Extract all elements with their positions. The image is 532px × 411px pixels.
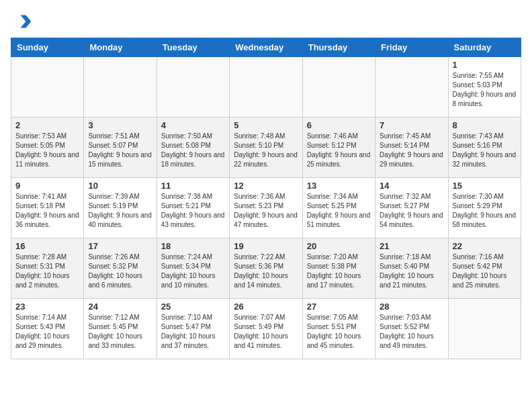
- day-number: 3: [88, 120, 152, 130]
- calendar-cell: 7Sunrise: 7:45 AM Sunset: 5:14 PM Daylig…: [375, 118, 448, 178]
- calendar-cell: 12Sunrise: 7:36 AM Sunset: 5:23 PM Dayli…: [230, 178, 302, 238]
- day-info: Sunrise: 7:38 AM Sunset: 5:21 PM Dayligh…: [161, 192, 225, 230]
- calendar-cell: 24Sunrise: 7:12 AM Sunset: 5:45 PM Dayli…: [84, 299, 157, 359]
- calendar-week-row: 1Sunrise: 7:55 AM Sunset: 5:03 PM Daylig…: [11, 57, 521, 118]
- calendar-cell: 13Sunrise: 7:34 AM Sunset: 5:25 PM Dayli…: [302, 178, 375, 238]
- calendar-cell: 19Sunrise: 7:22 AM Sunset: 5:36 PM Dayli…: [230, 238, 302, 299]
- day-info: Sunrise: 7:46 AM Sunset: 5:12 PM Dayligh…: [307, 132, 371, 169]
- day-number: 2: [15, 120, 79, 130]
- calendar-header-row: SundayMondayTuesdayWednesdayThursdayFrid…: [11, 38, 521, 57]
- calendar-cell: 11Sunrise: 7:38 AM Sunset: 5:21 PM Dayli…: [157, 178, 229, 238]
- page-header: [11, 11, 521, 32]
- calendar-cell: 14Sunrise: 7:32 AM Sunset: 5:27 PM Dayli…: [375, 178, 448, 238]
- calendar-week-row: 9Sunrise: 7:41 AM Sunset: 5:18 PM Daylig…: [11, 178, 521, 238]
- calendar-cell: 16Sunrise: 7:28 AM Sunset: 5:31 PM Dayli…: [11, 238, 84, 299]
- calendar-cell: 3Sunrise: 7:51 AM Sunset: 5:07 PM Daylig…: [84, 118, 157, 178]
- day-number: 5: [234, 120, 298, 130]
- calendar-table: SundayMondayTuesdayWednesdayThursdayFrid…: [11, 38, 521, 359]
- day-number: 4: [161, 120, 225, 130]
- day-info: Sunrise: 7:12 AM Sunset: 5:45 PM Dayligh…: [88, 313, 152, 351]
- day-number: 19: [234, 241, 298, 251]
- calendar-cell: 10Sunrise: 7:39 AM Sunset: 5:19 PM Dayli…: [84, 178, 157, 238]
- calendar-cell: 17Sunrise: 7:26 AM Sunset: 5:32 PM Dayli…: [84, 238, 157, 299]
- day-number: 13: [307, 181, 371, 191]
- calendar-cell: 26Sunrise: 7:07 AM Sunset: 5:49 PM Dayli…: [230, 299, 302, 359]
- day-info: Sunrise: 7:28 AM Sunset: 5:31 PM Dayligh…: [15, 253, 79, 290]
- calendar-cell: 15Sunrise: 7:30 AM Sunset: 5:29 PM Dayli…: [448, 178, 521, 238]
- day-info: Sunrise: 7:18 AM Sunset: 5:40 PM Dayligh…: [380, 253, 443, 290]
- calendar-cell: [302, 57, 375, 118]
- day-number: 27: [307, 302, 371, 312]
- svg-marker-0: [20, 15, 31, 28]
- day-number: 12: [234, 181, 298, 191]
- day-number: 8: [453, 120, 517, 130]
- weekday-header: Sunday: [11, 38, 84, 57]
- logo-icon: [11, 11, 32, 32]
- day-info: Sunrise: 7:14 AM Sunset: 5:43 PM Dayligh…: [15, 313, 79, 351]
- calendar-cell: [448, 299, 521, 359]
- weekday-header: Monday: [84, 38, 157, 57]
- day-number: 1: [453, 60, 517, 70]
- day-number: 9: [15, 181, 79, 191]
- day-info: Sunrise: 7:43 AM Sunset: 5:16 PM Dayligh…: [453, 132, 517, 169]
- calendar-cell: [84, 57, 157, 118]
- weekday-header: Saturday: [448, 38, 521, 57]
- day-info: Sunrise: 7:48 AM Sunset: 5:10 PM Dayligh…: [234, 132, 298, 169]
- calendar-cell: 1Sunrise: 7:55 AM Sunset: 5:03 PM Daylig…: [448, 57, 521, 118]
- day-number: 25: [161, 302, 225, 312]
- day-info: Sunrise: 7:30 AM Sunset: 5:29 PM Dayligh…: [453, 192, 517, 230]
- day-number: 14: [380, 181, 443, 191]
- weekday-header: Tuesday: [157, 38, 229, 57]
- day-info: Sunrise: 7:45 AM Sunset: 5:14 PM Dayligh…: [380, 132, 443, 169]
- calendar-cell: 18Sunrise: 7:24 AM Sunset: 5:34 PM Dayli…: [157, 238, 229, 299]
- day-number: 10: [88, 181, 152, 191]
- calendar-cell: [230, 57, 302, 118]
- calendar-cell: 21Sunrise: 7:18 AM Sunset: 5:40 PM Dayli…: [375, 238, 448, 299]
- day-info: Sunrise: 7:24 AM Sunset: 5:34 PM Dayligh…: [161, 253, 225, 290]
- day-number: 15: [453, 181, 517, 191]
- day-info: Sunrise: 7:10 AM Sunset: 5:47 PM Dayligh…: [161, 313, 225, 351]
- day-number: 20: [307, 241, 371, 251]
- calendar-cell: 22Sunrise: 7:16 AM Sunset: 5:42 PM Dayli…: [448, 238, 521, 299]
- day-number: 17: [88, 241, 152, 251]
- day-info: Sunrise: 7:16 AM Sunset: 5:42 PM Dayligh…: [453, 253, 517, 290]
- day-info: Sunrise: 7:36 AM Sunset: 5:23 PM Dayligh…: [234, 192, 298, 230]
- calendar-week-row: 23Sunrise: 7:14 AM Sunset: 5:43 PM Dayli…: [11, 299, 521, 359]
- day-number: 26: [234, 302, 298, 312]
- day-info: Sunrise: 7:22 AM Sunset: 5:36 PM Dayligh…: [234, 253, 298, 290]
- day-info: Sunrise: 7:07 AM Sunset: 5:49 PM Dayligh…: [234, 313, 298, 351]
- calendar-week-row: 16Sunrise: 7:28 AM Sunset: 5:31 PM Dayli…: [11, 238, 521, 299]
- day-number: 18: [161, 241, 225, 251]
- day-info: Sunrise: 7:39 AM Sunset: 5:19 PM Dayligh…: [88, 192, 152, 230]
- day-info: Sunrise: 7:32 AM Sunset: 5:27 PM Dayligh…: [380, 192, 443, 230]
- day-number: 23: [15, 302, 79, 312]
- calendar-cell: 27Sunrise: 7:05 AM Sunset: 5:51 PM Dayli…: [302, 299, 375, 359]
- calendar-cell: 4Sunrise: 7:50 AM Sunset: 5:08 PM Daylig…: [157, 118, 229, 178]
- calendar-cell: 9Sunrise: 7:41 AM Sunset: 5:18 PM Daylig…: [11, 178, 84, 238]
- calendar-cell: 20Sunrise: 7:20 AM Sunset: 5:38 PM Dayli…: [302, 238, 375, 299]
- day-number: 6: [307, 120, 371, 130]
- calendar-cell: 28Sunrise: 7:03 AM Sunset: 5:52 PM Dayli…: [375, 299, 448, 359]
- day-info: Sunrise: 7:41 AM Sunset: 5:18 PM Dayligh…: [15, 192, 79, 230]
- day-info: Sunrise: 7:51 AM Sunset: 5:07 PM Dayligh…: [88, 132, 152, 169]
- day-number: 11: [161, 181, 225, 191]
- day-number: 24: [88, 302, 152, 312]
- logo: [11, 11, 35, 32]
- calendar-week-row: 2Sunrise: 7:53 AM Sunset: 5:05 PM Daylig…: [11, 118, 521, 178]
- day-info: Sunrise: 7:20 AM Sunset: 5:38 PM Dayligh…: [307, 253, 371, 290]
- weekday-header: Wednesday: [230, 38, 302, 57]
- day-info: Sunrise: 7:34 AM Sunset: 5:25 PM Dayligh…: [307, 192, 371, 230]
- day-info: Sunrise: 7:05 AM Sunset: 5:51 PM Dayligh…: [307, 313, 371, 351]
- calendar-cell: 2Sunrise: 7:53 AM Sunset: 5:05 PM Daylig…: [11, 118, 84, 178]
- day-info: Sunrise: 7:26 AM Sunset: 5:32 PM Dayligh…: [88, 253, 152, 290]
- day-number: 16: [15, 241, 79, 251]
- day-number: 7: [380, 120, 443, 130]
- day-number: 22: [453, 241, 517, 251]
- calendar-cell: [157, 57, 229, 118]
- calendar-cell: 6Sunrise: 7:46 AM Sunset: 5:12 PM Daylig…: [302, 118, 375, 178]
- calendar-cell: 25Sunrise: 7:10 AM Sunset: 5:47 PM Dayli…: [157, 299, 229, 359]
- calendar-cell: [375, 57, 448, 118]
- day-info: Sunrise: 7:50 AM Sunset: 5:08 PM Dayligh…: [161, 132, 225, 169]
- calendar-cell: 8Sunrise: 7:43 AM Sunset: 5:16 PM Daylig…: [448, 118, 521, 178]
- weekday-header: Thursday: [302, 38, 375, 57]
